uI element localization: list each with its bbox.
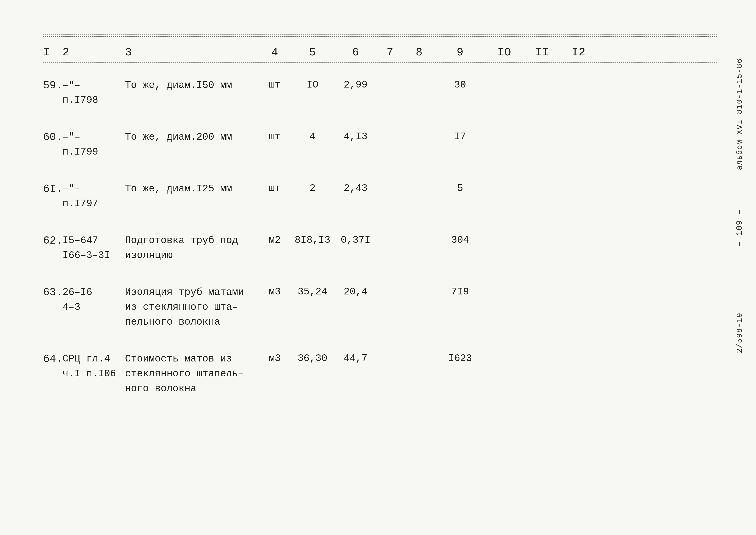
row-col9: 30 bbox=[435, 78, 485, 92]
row-col9: 304 bbox=[435, 233, 485, 247]
header-col-1: I bbox=[43, 46, 63, 59]
header-col-4: 4 bbox=[258, 46, 291, 59]
row-num: 60. bbox=[43, 129, 63, 145]
row-code: СРЦ гл.4 ч.I п.I06 bbox=[63, 351, 125, 381]
header-col-10: IO bbox=[485, 46, 524, 59]
row-col5: 8I8,I3 bbox=[291, 233, 334, 247]
row-col9: I623 bbox=[435, 351, 485, 365]
row-code: –"– п.I798 bbox=[63, 78, 125, 108]
header-col-12: I2 bbox=[560, 46, 597, 59]
row-col6: 0,37I bbox=[334, 233, 377, 247]
row-unit: шт bbox=[258, 78, 291, 92]
right-label-2: – 109 – bbox=[735, 209, 744, 247]
row-desc: То же, диам.I50 мм bbox=[125, 78, 258, 93]
row-num: 63. bbox=[43, 285, 63, 300]
row-code: I5–647 I66–3–3I bbox=[63, 233, 125, 263]
table-row: 59. –"– п.I798 То же, диам.I50 мм шт IO … bbox=[43, 63, 717, 116]
row-num: 62. bbox=[43, 233, 63, 248]
header-col-3: 3 bbox=[125, 46, 258, 59]
table-row: 62. I5–647 I66–3–3I Подготовка труб под … bbox=[43, 220, 717, 271]
top-dashes-2 bbox=[43, 37, 717, 37]
header-col-11: II bbox=[524, 46, 560, 59]
header-col-7: 7 bbox=[377, 46, 403, 59]
right-label-1: альбом XVI 810-1-15-86 bbox=[735, 58, 744, 170]
row-unit: шт bbox=[258, 181, 291, 195]
row-code: –"– п.I799 bbox=[63, 129, 125, 159]
row-col6: 2,43 bbox=[334, 181, 377, 195]
row-col6: 44,7 bbox=[334, 351, 377, 365]
row-col9: I7 bbox=[435, 129, 485, 144]
row-col5: 36,30 bbox=[291, 351, 334, 365]
row-desc: Подготовка труб под изоляцию bbox=[125, 233, 258, 263]
row-num: 64. bbox=[43, 351, 63, 367]
row-desc: То же, диам.I25 мм bbox=[125, 181, 258, 196]
header-col-9: 9 bbox=[435, 46, 485, 59]
row-unit: шт bbox=[258, 129, 291, 144]
table-row: 60. –"– п.I799 То же, диам.200 мм шт 4 4… bbox=[43, 116, 717, 168]
header-col-2: 2 bbox=[63, 46, 125, 59]
row-code: –"– п.I797 bbox=[63, 181, 125, 211]
table-container: I 2 3 4 5 6 7 8 9 IO II I2 59. –"– п.I79… bbox=[43, 35, 717, 405]
row-col6: 20,4 bbox=[334, 285, 377, 299]
row-col5: 2 bbox=[291, 181, 334, 195]
row-num: 59. bbox=[43, 78, 63, 93]
header-col-5: 5 bbox=[291, 46, 334, 59]
row-col5: 35,24 bbox=[291, 285, 334, 299]
row-desc: Изоляция труб матами из стеклянного шта–… bbox=[125, 285, 258, 329]
header-row: I 2 3 4 5 6 7 8 9 IO II I2 bbox=[43, 43, 717, 63]
top-dashes bbox=[43, 35, 717, 35]
page: I 2 3 4 5 6 7 8 9 IO II I2 59. –"– п.I79… bbox=[0, 0, 756, 535]
table-row: 64. СРЦ гл.4 ч.I п.I06 Стоимость матов и… bbox=[43, 338, 717, 405]
table-row: 6I. –"– п.I797 То же, диам.I25 мм шт 2 2… bbox=[43, 168, 717, 220]
row-num: 6I. bbox=[43, 181, 63, 197]
header-col-6: 6 bbox=[334, 46, 377, 59]
row-col9: 7I9 bbox=[435, 285, 485, 299]
row-col5: 4 bbox=[291, 129, 334, 144]
row-col6: 2,99 bbox=[334, 78, 377, 92]
row-col6: 4,I3 bbox=[334, 129, 377, 144]
row-desc: То же, диам.200 мм bbox=[125, 129, 258, 145]
right-label-3: 2/598-19 bbox=[735, 313, 744, 353]
row-code: 26–I6 4–3 bbox=[63, 285, 125, 315]
row-desc: Стоимость матов из стеклянного штапель– … bbox=[125, 351, 258, 396]
header-col-8: 8 bbox=[403, 46, 435, 59]
row-unit: м2 bbox=[258, 233, 291, 247]
row-col9: 5 bbox=[435, 181, 485, 195]
row-unit: м3 bbox=[258, 285, 291, 299]
row-unit: м3 bbox=[258, 351, 291, 365]
table-row: 63. 26–I6 4–3 Изоляция труб матами из ст… bbox=[43, 271, 717, 338]
row-col5: IO bbox=[291, 78, 334, 92]
